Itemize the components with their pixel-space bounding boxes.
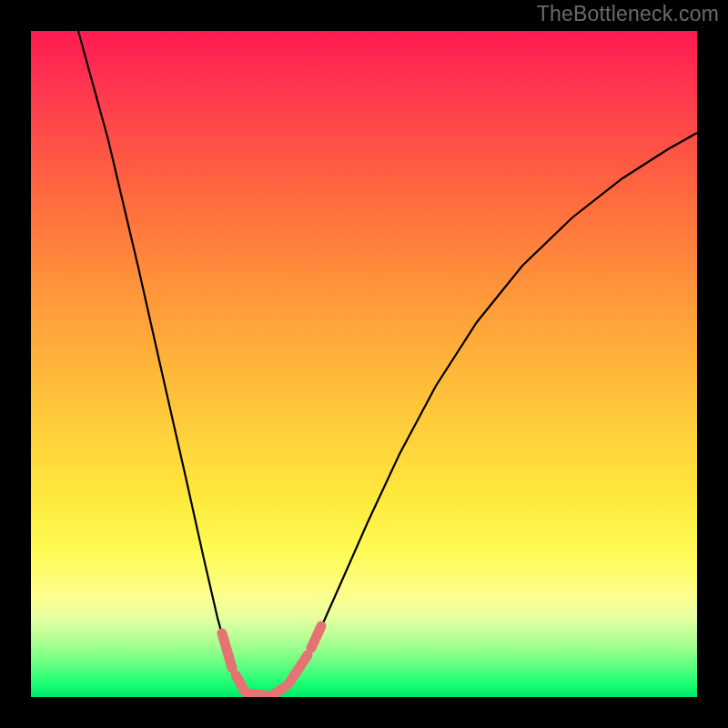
marker-segment bbox=[236, 675, 245, 692]
plot-area bbox=[31, 31, 697, 697]
chart-frame: TheBottleneck.com bbox=[0, 0, 728, 728]
marker-segment bbox=[248, 693, 271, 696]
curve-markers bbox=[222, 626, 321, 696]
watermark-text: TheBottleneck.com bbox=[537, 2, 719, 26]
bottleneck-curve bbox=[78, 31, 697, 696]
marker-segment bbox=[222, 633, 232, 668]
marker-segment bbox=[274, 686, 286, 694]
marker-segment bbox=[289, 655, 308, 682]
curve-svg bbox=[31, 31, 697, 697]
marker-segment bbox=[311, 626, 321, 648]
